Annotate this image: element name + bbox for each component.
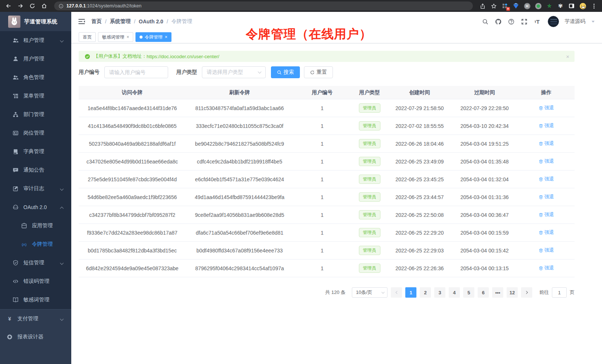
page-button-1[interactable]: 1 xyxy=(405,287,416,298)
sidebar-item-role[interactable]: 角色管理 xyxy=(0,68,71,87)
column-header: 操作 xyxy=(518,89,575,96)
help-icon[interactable] xyxy=(507,18,515,25)
sidebar-item-post[interactable]: 岗位管理 xyxy=(0,124,71,142)
home-icon[interactable] xyxy=(39,1,49,11)
sidebar-item-pay[interactable]: ¥支付管理 xyxy=(0,309,71,328)
page-button-3[interactable]: 3 xyxy=(434,287,445,298)
sidebar-toggle-icon[interactable] xyxy=(567,1,576,10)
user-type-label: 用户类型 xyxy=(176,69,197,76)
force-logout-button[interactable]: 强退 xyxy=(539,140,554,147)
sidebar-item-label: 审计日志 xyxy=(23,185,44,192)
force-logout-button[interactable]: 强退 xyxy=(539,158,554,165)
tab-close-icon[interactable]: × xyxy=(165,35,167,39)
force-logout-button[interactable]: 强退 xyxy=(539,211,554,218)
sidebar-item-dept[interactable]: 部门管理 xyxy=(0,105,71,124)
robot-icon xyxy=(13,204,19,210)
extension-gem-icon[interactable] xyxy=(511,1,520,10)
alert-close-icon[interactable]: × xyxy=(566,53,569,60)
reload-icon[interactable] xyxy=(27,1,37,11)
info-icon[interactable] xyxy=(59,4,63,9)
search-button[interactable]: 搜索 xyxy=(271,66,300,78)
chevron-right-icon xyxy=(524,291,527,294)
url-bar[interactable]: 127.0.0.1:1024/system/oauth2/token xyxy=(54,1,473,10)
breadcrumb-item[interactable]: 首页 xyxy=(91,18,102,25)
sidebar-item-notice[interactable]: 通知公告 xyxy=(0,161,71,179)
bookmark-star-icon[interactable] xyxy=(489,1,498,10)
sidebar-item-user[interactable]: 用户管理 xyxy=(0,50,71,68)
reset-button[interactable]: 重置 xyxy=(304,66,333,78)
user-type-select[interactable]: 请选择用户类型 xyxy=(202,66,266,78)
extension-command-icon[interactable]: ⌘ xyxy=(523,1,531,10)
breadcrumb-separator: / xyxy=(167,19,168,24)
sidebar-item-sms[interactable]: 短信管理 xyxy=(0,254,71,272)
user-id-cell: 1 xyxy=(293,123,351,129)
sidebar-item-error-code[interactable]: 错误码管理 xyxy=(0,272,71,291)
expire-time-cell: 2054-03-04 00:15:42 xyxy=(451,248,518,254)
back-icon[interactable] xyxy=(4,1,13,11)
alert-link[interactable]: https://doc.iocoder.cn/user-center/ xyxy=(147,54,219,59)
sidebar-item-oauth2-app[interactable]: 应用管理 xyxy=(0,216,71,235)
page-button-2[interactable]: 2 xyxy=(420,287,431,298)
sidebar-item-oauth2-token[interactable]: (A)令牌管理 xyxy=(0,235,71,254)
create-time-cell: 2022-06-25 22:29:03 xyxy=(388,248,451,254)
sidebar-item-label: 用户管理 xyxy=(23,56,44,62)
force-logout-button[interactable]: 强退 xyxy=(539,193,554,200)
browser-menu-icon[interactable] xyxy=(589,1,598,10)
tab-home[interactable]: 首页 xyxy=(79,32,96,42)
user-caret-icon[interactable] xyxy=(592,21,595,23)
token-table: 访问令牌刷新令牌用户编号用户类型创建时间过期时间操作 1ea5e44f8bc14… xyxy=(79,86,575,277)
font-size-icon[interactable]: тT xyxy=(533,18,541,25)
sidebar-item-label: 敏感词管理 xyxy=(23,297,49,303)
fullscreen-icon[interactable] xyxy=(520,18,528,25)
github-icon[interactable] xyxy=(494,18,502,25)
profile-emoji-icon[interactable] xyxy=(578,1,587,10)
svg-text:(A): (A) xyxy=(22,242,27,246)
tab-sensitive-word[interactable]: 敏感词管理× xyxy=(98,32,133,42)
sidebar-item-sensitive-word[interactable]: 敏感词管理 xyxy=(0,291,71,309)
prev-page-button[interactable] xyxy=(391,287,402,298)
sidebar-item-menu[interactable]: 菜单管理 xyxy=(0,87,71,105)
force-logout-button[interactable]: 强退 xyxy=(539,265,554,271)
expire-time-cell: 2054-03-10 20:42:34 xyxy=(451,123,518,129)
force-logout-button[interactable]: 强退 xyxy=(539,229,554,236)
force-logout-button[interactable]: 强退 xyxy=(539,105,554,111)
tab-token[interactable]: 令牌管理× xyxy=(135,32,171,42)
sidebar-collapse-icon[interactable] xyxy=(78,18,85,25)
sidebar-item-dict[interactable]: 字典管理 xyxy=(0,142,71,161)
sidebar-item-label: OAuth 2.0 xyxy=(23,204,47,210)
page-size-select[interactable]: 10条/页 xyxy=(352,287,387,298)
sidebar-item-audit-log[interactable]: 审计日志 xyxy=(0,179,71,198)
force-logout-button[interactable]: 强退 xyxy=(539,122,554,129)
breadcrumb-item[interactable]: OAuth 2.0 xyxy=(139,19,163,24)
extension-star-icon[interactable]: ✯ xyxy=(545,1,554,10)
sidebar-header[interactable]: 芋道管理系统 xyxy=(0,12,71,31)
force-logout-button[interactable]: 强退 xyxy=(539,247,554,254)
sidebar-item-report-designer[interactable]: 报表设计器 xyxy=(0,328,71,346)
goto-page-input[interactable] xyxy=(552,287,567,298)
tab-label: 敏感词管理 xyxy=(102,34,124,40)
people-icon xyxy=(13,37,19,43)
extension-record-icon[interactable] xyxy=(534,1,543,10)
user-id-input[interactable] xyxy=(104,66,168,78)
sidebar-item-tenant[interactable]: 租户管理 xyxy=(0,31,71,50)
forward-icon[interactable] xyxy=(16,1,25,11)
avatar[interactable] xyxy=(548,16,559,27)
page-button-5[interactable]: 5 xyxy=(463,287,474,298)
chevron-down-icon xyxy=(382,290,385,293)
user-type-placeholder: 请选择用户类型 xyxy=(207,69,243,76)
access-token-cell: 502375b8040a469a9b82188afdf6af1f xyxy=(79,141,186,147)
force-logout-button[interactable]: 强退 xyxy=(539,176,554,182)
next-page-button[interactable] xyxy=(521,287,532,298)
tab-close-icon[interactable]: × xyxy=(127,35,129,39)
page-button-12[interactable]: 12 xyxy=(507,287,518,298)
sidebar-item-oauth2[interactable]: OAuth 2.0 xyxy=(0,198,71,216)
username[interactable]: 芋道源码 xyxy=(565,18,585,25)
breadcrumb-item[interactable]: 系统管理 xyxy=(110,18,131,25)
page-button-4[interactable]: 4 xyxy=(449,287,460,298)
page-ellipsis-button[interactable]: ••• xyxy=(492,287,503,298)
page-button-6[interactable]: 6 xyxy=(478,287,489,298)
search-icon[interactable] xyxy=(481,18,489,25)
extension-puzzle-icon[interactable]: ✾ xyxy=(556,1,565,10)
extension-grid-icon[interactable]: 9 xyxy=(500,1,509,10)
share-icon[interactable] xyxy=(478,1,487,10)
